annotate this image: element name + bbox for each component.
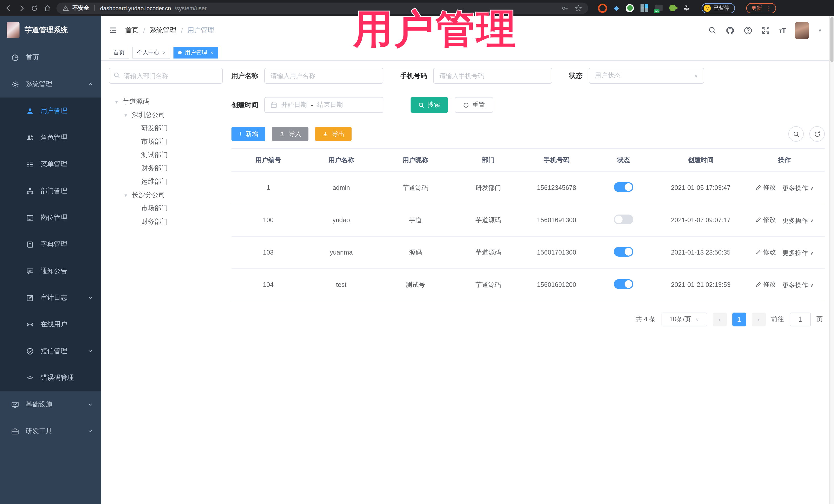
- edit-link[interactable]: 修改: [755, 248, 776, 256]
- breadcrumb-system[interactable]: 系统管理: [150, 26, 176, 35]
- tag-user-management[interactable]: 用户管理 ×: [174, 46, 218, 58]
- address-bar[interactable]: 不安全 dashboard.yudao.iocoder.cn/system/us…: [57, 2, 588, 14]
- more-actions-link[interactable]: 更多操作∨: [783, 216, 813, 225]
- tree-node[interactable]: 市场部门: [109, 135, 223, 148]
- sidebar-item-user-management[interactable]: 用户管理: [0, 97, 101, 124]
- tree-node[interactable]: 财务部门: [109, 215, 223, 228]
- sidebar-item-home[interactable]: 首页: [0, 44, 101, 71]
- goto-page-input[interactable]: [790, 312, 811, 326]
- col-created: 创建时间: [657, 149, 744, 172]
- more-actions-link[interactable]: 更多操作∨: [783, 281, 813, 290]
- edit-link[interactable]: 修改: [755, 215, 776, 224]
- sidebar-item-system[interactable]: 系统管理: [0, 71, 101, 97]
- scrollbar-thumb[interactable]: [830, 17, 833, 62]
- extension-switch-icon[interactable]: on: [655, 5, 663, 11]
- reset-button[interactable]: 重置: [455, 97, 493, 113]
- breadcrumb-home[interactable]: 首页: [125, 26, 138, 35]
- extension-blue-gem-icon[interactable]: ◆: [614, 5, 619, 11]
- scrollbar[interactable]: [829, 16, 834, 504]
- more-actions-link[interactable]: 更多操作∨: [783, 184, 813, 193]
- extension-green-circle-icon[interactable]: [626, 4, 634, 12]
- tag-profile[interactable]: 个人中心 ×: [132, 46, 170, 58]
- export-button[interactable]: 导出: [315, 127, 352, 141]
- sidebar-item-role-management[interactable]: 角色管理: [0, 124, 101, 151]
- extension-orange-ring-icon[interactable]: [598, 3, 607, 13]
- profile-paused-badge[interactable]: 已暂停: [702, 3, 735, 13]
- prev-page-button[interactable]: ‹: [712, 312, 726, 326]
- sidebar-item-error-code[interactable]: </> 错误码管理: [0, 365, 101, 391]
- dept-search-input[interactable]: [109, 68, 223, 84]
- table-header-row: 用户编号 用户名称 用户昵称 部门 手机号码 状态 创建时间 操作: [232, 149, 825, 172]
- tree-node[interactable]: 测试部门: [109, 148, 223, 162]
- sidebar-item-menu-management[interactable]: 菜单管理: [0, 151, 101, 178]
- search-button[interactable]: 搜索: [411, 97, 448, 113]
- status-select[interactable]: 用户状态 ∨: [589, 68, 704, 84]
- chrome-update-button[interactable]: 更新 ⋮: [746, 3, 776, 13]
- extension-squares-icon[interactable]: [640, 4, 648, 12]
- forward-icon[interactable]: [18, 4, 25, 12]
- status-toggle[interactable]: [614, 279, 633, 289]
- username-input[interactable]: [264, 68, 383, 84]
- security-label[interactable]: 不安全: [72, 4, 89, 12]
- collapse-menu-icon[interactable]: [109, 26, 117, 35]
- mobile-input[interactable]: [433, 68, 552, 84]
- font-size-icon[interactable]: TT: [779, 26, 786, 34]
- sidebar-item-dict-management[interactable]: 字典管理: [0, 231, 101, 258]
- tag-home[interactable]: 首页: [109, 46, 129, 58]
- status-toggle[interactable]: [614, 247, 633, 257]
- status-toggle[interactable]: [614, 215, 633, 224]
- tree-node[interactable]: 市场部门: [109, 202, 223, 215]
- tree-expand-icon[interactable]: ▾: [123, 112, 128, 118]
- page-size-select[interactable]: 10条/页 ∨: [661, 312, 707, 326]
- add-button[interactable]: + 新增: [232, 127, 266, 141]
- tree-node[interactable]: ▾长沙分公司: [109, 188, 223, 202]
- edit-link[interactable]: 修改: [755, 183, 776, 192]
- sidebar-item-sms-management[interactable]: 短信管理: [0, 338, 101, 365]
- extensions-puzzle-icon[interactable]: [683, 4, 690, 12]
- sidebar-item-dev-tools[interactable]: 研发工具: [0, 418, 101, 444]
- sidebar-item-dept-management[interactable]: 部门管理: [0, 178, 101, 204]
- close-icon[interactable]: ×: [211, 49, 214, 55]
- close-icon[interactable]: ×: [163, 49, 166, 55]
- current-page-button[interactable]: 1: [732, 312, 746, 326]
- status-toggle[interactable]: [614, 182, 633, 192]
- fullscreen-icon[interactable]: [762, 26, 770, 35]
- date-range-picker[interactable]: 开始日期 - 结束日期: [264, 97, 383, 113]
- header-search-icon[interactable]: [708, 26, 717, 35]
- tree-node[interactable]: 研发部门: [109, 122, 223, 135]
- sidebar-item-online-users[interactable]: 在线用户: [0, 311, 101, 338]
- password-key-icon[interactable]: [562, 4, 569, 12]
- home-icon[interactable]: [44, 4, 51, 12]
- edit-link[interactable]: 修改: [755, 280, 776, 289]
- tree-node[interactable]: ▾深圳总公司: [109, 108, 223, 122]
- browser-menu-icon[interactable]: ⋮: [766, 5, 771, 11]
- toggle-search-button[interactable]: [788, 126, 804, 141]
- avatar-caret-icon[interactable]: ∨: [818, 28, 822, 33]
- reload-icon[interactable]: [31, 4, 38, 12]
- help-icon[interactable]: [744, 26, 752, 35]
- import-button[interactable]: 导入: [272, 127, 309, 141]
- tree-node[interactable]: 财务部门: [109, 162, 223, 175]
- extension-green-key-icon[interactable]: [669, 5, 676, 11]
- url-path[interactable]: /system/user: [175, 5, 206, 11]
- app-logo-row[interactable]: 芋道管理系统: [0, 16, 101, 44]
- url-host[interactable]: dashboard.yudao.iocoder.cn: [100, 5, 171, 11]
- tree-node[interactable]: ▾芋道源码: [109, 95, 223, 108]
- back-icon[interactable]: [5, 4, 12, 12]
- date-start-placeholder[interactable]: 开始日期: [281, 101, 307, 109]
- security-warning-icon[interactable]: [63, 5, 69, 11]
- github-icon[interactable]: [726, 26, 734, 35]
- more-actions-link[interactable]: 更多操作∨: [783, 249, 813, 257]
- sidebar-item-infrastructure[interactable]: 基础设施: [0, 391, 101, 418]
- date-end-placeholder[interactable]: 结束日期: [317, 101, 343, 109]
- sidebar-item-notice[interactable]: 通知公告: [0, 258, 101, 284]
- sidebar-item-audit-log[interactable]: 审计日志: [0, 284, 101, 311]
- next-page-button[interactable]: ›: [752, 312, 766, 326]
- tree-expand-icon[interactable]: ▾: [123, 192, 128, 198]
- tree-node[interactable]: 运维部门: [109, 175, 223, 188]
- sidebar-item-post-management[interactable]: 岗位管理: [0, 204, 101, 231]
- bookmark-star-icon[interactable]: [575, 4, 582, 12]
- user-avatar[interactable]: [795, 22, 809, 39]
- refresh-table-button[interactable]: [809, 126, 825, 141]
- tree-expand-icon[interactable]: ▾: [114, 99, 119, 105]
